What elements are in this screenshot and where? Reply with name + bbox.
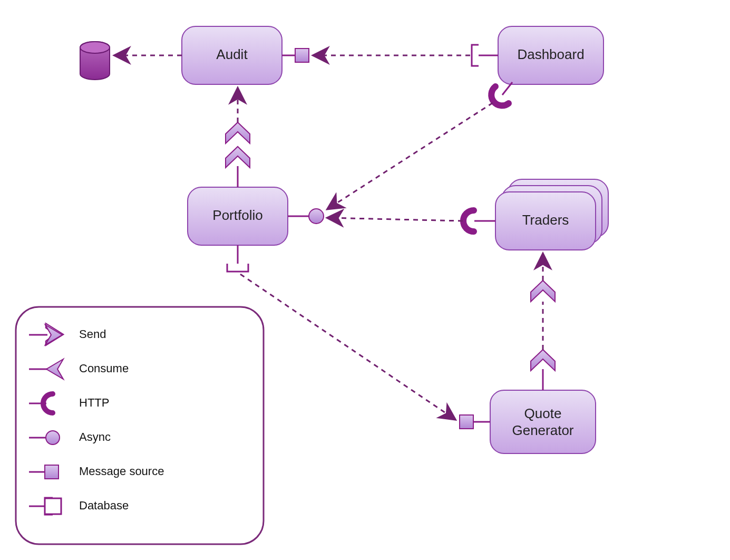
legend: Send Consume HTTP Async Message source xyxy=(16,307,264,544)
svg-point-8 xyxy=(80,42,110,53)
edge-dashboard-to-portfolio xyxy=(328,103,493,209)
edge-portfolio-to-quotegen xyxy=(240,274,455,419)
label-traders: Traders xyxy=(522,212,569,228)
legend-row-http: HTTP xyxy=(29,394,109,413)
port-portfolio-async xyxy=(288,209,324,224)
port-dashboard-database xyxy=(472,45,498,66)
node-traders: Traders xyxy=(495,179,608,250)
legend-label-http: HTTP xyxy=(79,396,109,409)
label-quote-generator-1: Quote xyxy=(524,405,562,421)
port-quotegen-message-source xyxy=(460,415,490,429)
legend-row-message-source: Message source xyxy=(29,465,164,479)
label-quote-generator-2: Generator xyxy=(512,422,573,438)
legend-row-consume: Consume xyxy=(29,359,129,379)
port-portfolio-database xyxy=(227,245,248,272)
svg-rect-18 xyxy=(460,415,473,429)
legend-row-send: Send xyxy=(29,323,106,345)
legend-row-async: Async xyxy=(29,430,111,445)
label-portfolio: Portfolio xyxy=(212,207,262,223)
node-audit: Audit xyxy=(182,26,282,84)
edge-portfolio-to-audit xyxy=(226,89,250,187)
port-traders-http xyxy=(463,210,495,231)
legend-label-database: Database xyxy=(79,499,129,512)
label-dashboard: Dashboard xyxy=(517,46,584,62)
svg-point-29 xyxy=(46,431,60,445)
port-dashboard-http xyxy=(491,82,512,105)
node-portfolio: Portfolio xyxy=(188,187,288,245)
legend-row-database: Database xyxy=(29,498,129,515)
legend-label-consume: Consume xyxy=(79,362,129,375)
node-quote-generator: Quote Generator xyxy=(490,390,596,453)
node-dashboard: Dashboard xyxy=(498,26,604,84)
port-audit-message-source xyxy=(282,49,309,62)
label-audit: Audit xyxy=(216,46,248,62)
svg-rect-10 xyxy=(295,49,309,62)
db-icon xyxy=(80,42,110,80)
legend-label-send: Send xyxy=(79,327,106,341)
legend-label-async: Async xyxy=(79,430,111,443)
legend-label-message-source: Message source xyxy=(79,465,164,478)
svg-point-14 xyxy=(309,209,324,224)
architecture-diagram: Audit Dashboard Portfolio Traders Quote … xyxy=(0,0,730,560)
edge-traders-to-portfolio xyxy=(328,218,463,221)
svg-rect-31 xyxy=(45,465,59,479)
svg-rect-24 xyxy=(16,307,264,544)
edge-quotegen-to-traders xyxy=(531,254,555,390)
